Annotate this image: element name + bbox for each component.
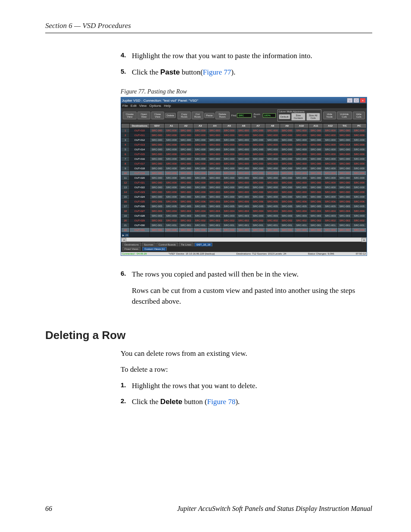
scroll-right-icon[interactable]: ▸ (361, 238, 367, 242)
cell: SRC-000 (352, 195, 367, 199)
table-row[interactable]: 18OUT-027SRC-004SRC-004SRC-004SRC-004SRC… (121, 209, 367, 214)
create-view-button[interactable]: Create View (123, 112, 137, 119)
size-content-button[interactable]: Size Content (291, 113, 305, 121)
del-step-2: 2. Click the Delete button (Figure 78). (121, 396, 372, 408)
col-header[interactable] (121, 124, 130, 128)
figure-link-77[interactable]: Figure 77 (203, 68, 231, 76)
table-row[interactable]: 20OUT-029SRC-002SRC-002SRC-002SRC-002SRC… (121, 218, 367, 223)
col-header[interactable]: A6 (237, 124, 251, 128)
table-row[interactable]: 21OUT-030SRC-001SRC-001SRC-001SRC-001SRC… (121, 223, 367, 228)
zoom-input[interactable]: 100% (263, 113, 276, 118)
table-row[interactable]: 7OUT-016SRC-000SRC-000SRC-000SRC-000SRC-… (121, 157, 367, 162)
close-icon[interactable]: × (360, 98, 366, 103)
cut-rows-button[interactable]: Cut Rows (192, 112, 203, 119)
page-footer: 66 Jupiter AccuSwitch Soft Panels and St… (45, 505, 372, 513)
cell: SRC-000 (179, 133, 193, 138)
col-header[interactable]: A8 (265, 124, 280, 128)
cell: SRC-000 (337, 162, 352, 166)
cell: SRC-000 (352, 143, 367, 147)
menu-bar[interactable]: File Edit View Options Help (121, 103, 367, 108)
col-header[interactable]: A3 (193, 124, 208, 128)
step-number: 6. (121, 269, 132, 280)
custom-views-tab[interactable]: Custom Views [1] (142, 247, 167, 251)
col-header[interactable]: T/C (337, 124, 352, 128)
open-view-button[interactable]: Open View (137, 112, 150, 119)
cell: SRC-000 (208, 128, 222, 133)
view-tab[interactable]: Sources (142, 243, 156, 246)
close-view-button[interactable]: Close View (151, 112, 164, 119)
maximize-icon[interactable]: □ (353, 98, 359, 103)
cell: SRC-003 (179, 214, 193, 218)
col-header[interactable]: A2 (179, 124, 193, 128)
view-tab[interactable]: Control Boards (156, 243, 178, 246)
copy-rows-button[interactable]: Copy Rows (177, 112, 191, 119)
size-all-button[interactable]: Size All Cols (306, 113, 320, 121)
cell: SRC-000 (179, 180, 193, 185)
delete-button[interactable]: Delete (165, 113, 176, 118)
col-header[interactable]: PC (352, 124, 367, 128)
hide-cols-button[interactable]: Hide Cols (353, 112, 365, 119)
bottom-tabs: DestinationsSourcesControl BoardsTie Lin… (121, 242, 367, 246)
cell: SRC-000 (237, 176, 251, 180)
col-header[interactable]: A1 (164, 124, 179, 128)
table-row[interactable]: 4OUT-013SRC-000SRC-000SRC-000SRC-000SRC-… (121, 143, 367, 147)
cell: SRC-000 (294, 152, 309, 157)
table-row[interactable]: 11OUT-020SRC-000SRC-000SRC-000SRC-000SRC… (121, 176, 367, 180)
cell: SRC-000 (294, 133, 309, 138)
cell: SRC-000 (323, 228, 338, 233)
cell: SRC-001 (294, 223, 309, 228)
table-row[interactable]: 3OUT-012SRC-000SRC-000SRC-000SRC-000SRC-… (121, 138, 367, 143)
cell: SRC-001 (280, 223, 294, 228)
view-tab[interactable]: Tie Lines (179, 243, 193, 246)
table-row[interactable]: 12OUT-021SRC-000SRC-000SRC-000SRC-000SRC… (121, 180, 367, 185)
table-row[interactable]: 16OUT-025SRC-006SRC-006SRC-006SRC-006SRC… (121, 199, 367, 204)
table-row[interactable]: 8OUT-017SRC-000SRC-000SRC-000SRC-000SRC-… (121, 162, 367, 166)
table-row[interactable]: 9OUT-018SRC-000SRC-000SRC-000SRC-000SRC-… (121, 166, 367, 171)
cell: SRC-000 (193, 133, 208, 138)
cell: SRC-000 (237, 133, 251, 138)
hide-node-button[interactable]: Hide Node (323, 112, 336, 119)
view-tab[interactable]: DST_10_19 (194, 243, 212, 246)
col-header[interactable]: A11 (308, 124, 323, 128)
table-row[interactable]: 6OUT-015SRC-000SRC-000SRC-000SRC-000SRC-… (121, 152, 367, 157)
table-row[interactable]: 2OUT-011SRC-000SRC-000SRC-000SRC-000SRC-… (121, 133, 367, 138)
table-row[interactable]: 1OUT-010SRC-000SRC-000SRC-000SRC-000SRC-… (121, 128, 367, 133)
cell: SRC-000 (208, 228, 222, 233)
table-row[interactable]: 17OUT-026SRC-005SRC-005SRC-005SRC-005SRC… (121, 204, 367, 209)
col-header[interactable]: A4 (208, 124, 222, 128)
view-tab[interactable]: Destinations (122, 243, 141, 246)
figure-link-78[interactable]: Figure 78 (207, 398, 236, 406)
dest-cell: OUT-025 (130, 199, 150, 204)
col-header[interactable]: SDV (150, 124, 165, 128)
unhide-cols-button[interactable]: UnHide Cols (337, 112, 352, 119)
table-row[interactable]: 15OUT-024SRC-000SRC-000SRC-000SRC-000SRC… (121, 195, 367, 199)
col-header[interactable]: A5 (222, 124, 237, 128)
cell: SRC-000 (265, 143, 280, 147)
cell: SRC-000 (208, 147, 222, 152)
cell (164, 233, 179, 237)
table-row[interactable]: 22OUT-031SRC-000SRC-000SRC-000SRC-000SRC… (121, 228, 367, 233)
delete-rows-button[interactable]: Delete Rows (215, 112, 230, 119)
table-row[interactable]: 14OUT-023SRC-000SRC-000SRC-000SRC-000SRC… (121, 190, 367, 195)
minimize-icon[interactable]: – (347, 98, 353, 103)
scroll-left-icon[interactable]: ◂ (121, 238, 126, 242)
cell: SRC-003 (193, 214, 208, 218)
col-header[interactable]: Destinations (130, 124, 150, 128)
table-row[interactable]: ▶ 23 (121, 233, 367, 237)
table-row[interactable]: 10OUT-019SRC-000SRC-000SRC-000SRC-000SRC… (121, 171, 367, 176)
paste-button[interactable]: Paste (204, 113, 214, 118)
grid[interactable]: DestinationsSDVA1A2A3A4A5A6A7A8A9A10A11A… (121, 123, 367, 237)
default-button[interactable]: Default (279, 114, 290, 119)
cell: SRC-000 (251, 162, 265, 166)
cell: SRC-000 (280, 138, 294, 143)
h-scrollbar[interactable]: ◂ ▸ (121, 237, 367, 242)
col-header[interactable]: A10 (294, 124, 309, 128)
table-row[interactable]: 13OUT-022SRC-000SRC-000SRC-000SRC-000SRC… (121, 185, 367, 190)
find-input[interactable]: SRC (237, 113, 252, 118)
table-row[interactable]: 19OUT-028SRC-003SRC-003SRC-003SRC-003SRC… (121, 214, 367, 218)
table-row[interactable]: 5OUT-014SRC-000SRC-000SRC-000SRC-000SRC-… (121, 147, 367, 152)
col-header[interactable]: A7 (251, 124, 265, 128)
col-header[interactable]: A12 (323, 124, 338, 128)
col-header[interactable]: A9 (280, 124, 294, 128)
cell (280, 233, 294, 237)
